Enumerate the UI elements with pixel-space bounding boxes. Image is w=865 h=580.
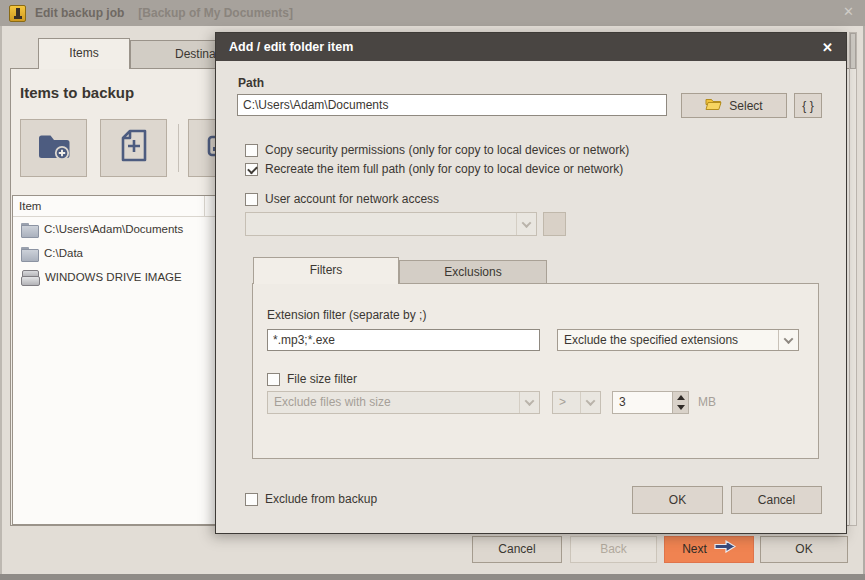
checkbox-label: Copy security permissions (only for copy…: [265, 143, 629, 157]
window-subtitle: [Backup of My Documents]: [138, 6, 293, 20]
add-edit-folder-dialog: Add / edit folder item ✕ Path Select { }…: [215, 32, 847, 534]
tab-filters[interactable]: Filters: [253, 257, 399, 284]
chevron-down-icon: [778, 330, 798, 350]
user-account-browse-button[interactable]: [543, 212, 566, 236]
next-label: Next: [682, 537, 707, 562]
select-button-label: Select: [729, 99, 762, 113]
window-border-bottom: [0, 574, 865, 580]
list-item-label: C:\Users\Adam\Documents: [44, 223, 183, 235]
list-item[interactable]: C:\Users\Adam\Documents: [13, 217, 215, 241]
checkbox-box: [245, 193, 258, 206]
spinner-up-icon[interactable]: [673, 392, 688, 403]
list-item[interactable]: WINDOWS DRIVE IMAGE: [13, 265, 215, 289]
add-file-button[interactable]: [100, 119, 167, 177]
arrow-right-icon: [714, 537, 736, 562]
checkbox-label: Recreate the item full path (only for co…: [265, 162, 623, 176]
exclude-from-backup-checkbox[interactable]: Exclude from backup: [245, 492, 377, 506]
add-folder-button[interactable]: [20, 119, 87, 177]
wizard-back-button[interactable]: Back: [570, 536, 657, 563]
list-column-header[interactable]: Item: [13, 196, 215, 217]
chevron-down-icon: [519, 392, 539, 413]
dropdown-value: >: [559, 395, 566, 409]
folder-open-icon: [705, 97, 722, 114]
chevron-down-icon: [516, 213, 536, 235]
dialog-header: Add / edit folder item ✕: [216, 33, 846, 61]
folder-icon: [21, 247, 38, 260]
dropdown-value: Exclude files with size: [274, 395, 391, 409]
wizard-next-button[interactable]: Next: [664, 536, 754, 563]
dialog-ok-button[interactable]: OK: [632, 486, 723, 514]
wizard-cancel-button[interactable]: Cancel: [472, 536, 562, 563]
wizard-ok-button[interactable]: OK: [760, 536, 848, 563]
list-header-label: Item: [19, 200, 41, 212]
vertical-scrollbar[interactable]: [849, 32, 857, 526]
checkbox-box: [267, 373, 280, 386]
checkbox-box: [245, 144, 258, 157]
list-item-label: WINDOWS DRIVE IMAGE: [45, 271, 182, 283]
list-item-label: C:\Data: [44, 247, 83, 259]
column-divider: [204, 196, 205, 216]
chevron-down-icon: [580, 392, 600, 413]
path-input[interactable]: [237, 94, 667, 116]
dialog-title: Add / edit folder item: [229, 40, 353, 54]
items-to-backup-heading: Items to backup: [20, 84, 134, 101]
extension-filter-input[interactable]: [267, 329, 540, 351]
app-logo-icon: [9, 5, 26, 22]
add-file-icon: [119, 128, 149, 168]
size-operator-dropdown[interactable]: >: [552, 391, 601, 414]
checkbox-label: User account for network access: [265, 192, 439, 206]
toolbar-separator: [178, 124, 179, 172]
add-folder-icon: [36, 131, 72, 165]
file-size-filter-checkbox[interactable]: File size filter: [267, 372, 357, 386]
spinner-down-icon[interactable]: [673, 403, 688, 414]
size-unit-label: MB: [698, 395, 716, 409]
items-list: Item C:\Users\Adam\Documents C:\Data WIN…: [12, 195, 216, 525]
size-value-spinner[interactable]: 3: [612, 391, 689, 414]
window-title: Edit backup job: [35, 6, 124, 20]
user-account-checkbox[interactable]: User account for network access: [245, 192, 439, 206]
user-account-combo[interactable]: [245, 212, 537, 236]
checkbox-box-checked: [245, 163, 258, 176]
dialog-cancel-button[interactable]: Cancel: [731, 486, 822, 514]
dialog-body: Path Select { } Copy security permission…: [216, 61, 846, 533]
copy-security-checkbox[interactable]: Copy security permissions (only for copy…: [245, 143, 629, 157]
list-item[interactable]: C:\Data: [13, 241, 215, 265]
folder-icon: [21, 223, 38, 236]
checkbox-box: [245, 493, 258, 506]
spinner-value: 3: [619, 395, 626, 409]
recreate-path-checkbox[interactable]: Recreate the item full path (only for co…: [245, 162, 623, 176]
checkbox-label: File size filter: [287, 372, 357, 386]
extension-mode-dropdown[interactable]: Exclude the specified extensions: [557, 329, 799, 351]
dialog-close-icon[interactable]: ✕: [822, 40, 833, 55]
window-titlebar: Edit backup job [Backup of My Documents]…: [0, 0, 865, 26]
window-close-icon[interactable]: ✕: [843, 4, 854, 19]
path-label: Path: [238, 76, 264, 90]
size-mode-dropdown[interactable]: Exclude files with size: [267, 391, 540, 414]
tab-exclusions[interactable]: Exclusions: [399, 260, 547, 284]
select-button[interactable]: Select: [681, 93, 787, 118]
dropdown-value: Exclude the specified extensions: [564, 333, 738, 347]
scrollbar-thumb[interactable]: [850, 33, 856, 69]
extension-filter-label: Extension filter (separate by ;): [267, 308, 426, 322]
window-border-left: [0, 26, 2, 580]
braces-variable-button[interactable]: { }: [794, 93, 822, 118]
tab-items[interactable]: Items: [38, 38, 130, 69]
spinner-arrows[interactable]: [672, 392, 688, 413]
drive-icon: [21, 270, 39, 284]
checkbox-label: Exclude from backup: [265, 492, 377, 506]
